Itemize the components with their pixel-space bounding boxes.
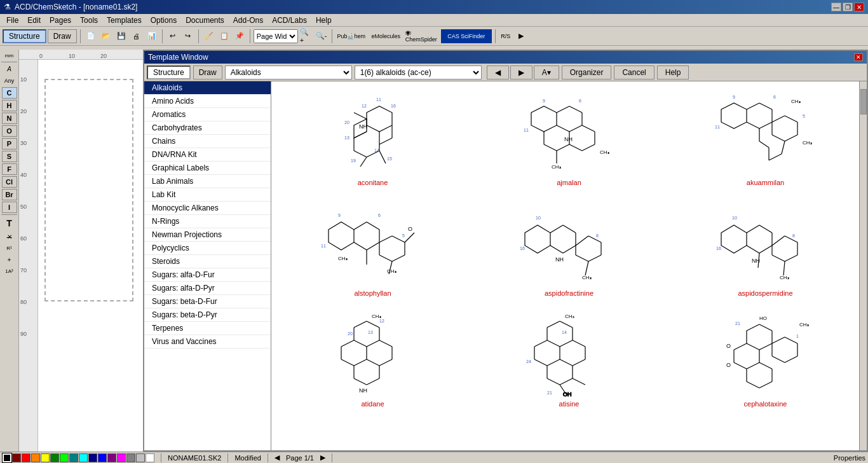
maximize-btn[interactable]: ❐	[843, 3, 853, 11]
menu-edit[interactable]: Edit	[24, 15, 44, 25]
toolbar-sep6	[495, 29, 496, 43]
emolecules-btn[interactable]: eMolecules	[369, 29, 403, 43]
menu-bar: File Edit Pages Tools Templates Options …	[0, 14, 868, 27]
drawing-area: 0 10 20 10 20 30 40 50 60 70 80 90	[19, 50, 143, 64]
template-close-btn[interactable]: ✕	[854, 53, 863, 61]
toolbar-sep5	[332, 29, 332, 43]
app-title: ACD/ChemSketch - [noname01.sk2]	[15, 3, 137, 11]
close-btn[interactable]: ✕	[854, 3, 864, 11]
menu-file[interactable]: File	[3, 15, 22, 25]
template-window: Template Window ✕ Structure Draw Alkaloi…	[143, 50, 868, 64]
menu-options[interactable]: Options	[147, 15, 180, 25]
menu-pages[interactable]: Pages	[46, 15, 75, 25]
ruler-vertical: 10 20 30 40 50 60 70 80 90	[19, 60, 38, 64]
open-btn[interactable]: 📂	[99, 29, 113, 43]
title-bar: ⚗ ACD/ChemSketch - [noname01.sk2] — ❐ ✕	[0, 0, 868, 14]
toolbar-sep2	[162, 29, 163, 43]
menu-documents[interactable]: Documents	[182, 15, 228, 25]
menu-acdlabs[interactable]: ACD/Labs	[268, 15, 311, 25]
toolbar-separator	[80, 29, 81, 43]
title-bar-controls[interactable]: — ❐ ✕	[831, 3, 864, 11]
ruler-mark-10: 10	[69, 53, 75, 59]
clean-btn[interactable]: 🧹	[202, 29, 216, 43]
export-btn[interactable]: 📊	[145, 29, 159, 43]
canvas-area[interactable]	[38, 60, 143, 64]
more-btn[interactable]: ▶	[514, 29, 528, 43]
zoom-select[interactable]: Page Wid 50% 75% 100% 150% 200%	[254, 29, 298, 43]
ruler-horizontal: 0 10 20	[19, 50, 143, 60]
menu-help[interactable]: Help	[312, 15, 336, 25]
menu-addons[interactable]: Add-Ons	[229, 15, 267, 25]
template-window-title: Template Window	[148, 53, 208, 62]
menu-templates[interactable]: Templates	[103, 15, 146, 25]
left-sep1	[1, 62, 17, 62]
new-btn[interactable]: 📄	[84, 29, 98, 43]
pubchem-btn[interactable]: Pub🔬hem	[336, 29, 367, 43]
paste-btn[interactable]: 📌	[233, 29, 247, 43]
zoom-in-btn[interactable]: 🔍+	[299, 29, 313, 43]
toolbar1: Structure Draw 📄 📂 💾 🖨 📊 ↩ ↪ 🧹 📋 📌 Page …	[0, 27, 868, 46]
structure-mode-btn[interactable]: Structure	[3, 29, 46, 43]
draw-mode-btn[interactable]: Draw	[48, 29, 77, 43]
scifinder-btn[interactable]: CAS SciFinder	[441, 29, 492, 43]
toolbar-sep4	[250, 29, 250, 43]
ruler-mark-0: 0	[39, 53, 43, 59]
redo-btn[interactable]: ↪	[181, 29, 195, 43]
chemspider-btn[interactable]: 🕷ChemSpider	[405, 29, 440, 43]
title-bar-left: ⚗ ACD/ChemSketch - [noname01.sk2]	[4, 3, 137, 11]
copy-btn[interactable]: 📋	[217, 29, 231, 43]
atom-select-btn[interactable]: mm	[2, 51, 17, 60]
ruler-mark-20: 20	[100, 53, 107, 59]
left-toolbar: mm A Any C H N O P S F Cl Br I T ✕ R¹ + …	[0, 50, 19, 64]
app-icon: ⚗	[4, 3, 11, 11]
rs-btn[interactable]: R/S	[499, 29, 513, 43]
zoom-out-btn[interactable]: 🔍-	[315, 29, 329, 43]
print-btn[interactable]: 🖨	[130, 29, 144, 43]
save-btn[interactable]: 💾	[114, 29, 128, 43]
toolbar-sep3	[198, 29, 199, 43]
minimize-btn[interactable]: —	[831, 3, 841, 11]
template-title-bar: Template Window ✕	[144, 51, 867, 64]
menu-tools[interactable]: Tools	[76, 15, 102, 25]
undo-btn[interactable]: ↩	[166, 29, 180, 43]
